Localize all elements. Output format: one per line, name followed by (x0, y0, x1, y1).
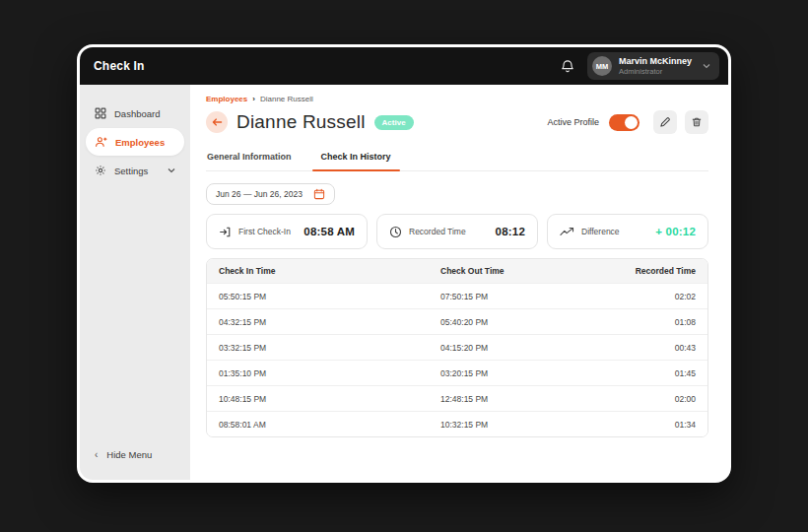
column-header-check-in-time: Check In Time (219, 266, 440, 276)
table-cell: 04:15:20 PM (440, 343, 617, 353)
tab-bar: General Information Check In History (206, 147, 708, 171)
table-header: Check In Time Check Out Time Recorded Ti… (207, 259, 707, 283)
sidebar-item-label: Employees (115, 137, 165, 148)
chevron-down-icon (703, 63, 710, 69)
employees-icon (95, 136, 107, 148)
title-actions: Active Profile (547, 110, 708, 134)
table-cell: 05:40:20 PM (440, 317, 617, 327)
table-cell: 10:32:15 PM (440, 420, 617, 430)
delete-button[interactable] (685, 110, 708, 134)
table-cell: 01:34 (617, 420, 696, 430)
stat-card-first-check-in: First Check-In 08:58 AM (206, 214, 368, 249)
top-bar: Check In MM Marvin McKinney Administrato… (80, 47, 728, 85)
breadcrumb-parent[interactable]: Employees (206, 95, 247, 103)
table-row: 03:32:15 PM04:15:20 PM00:43 (207, 334, 707, 360)
page-title: Dianne Russell (236, 111, 366, 133)
stat-value: 08:12 (496, 226, 525, 237)
pencil-icon (659, 116, 671, 128)
edit-button[interactable] (653, 110, 677, 134)
sidebar: Dashboard Employees (80, 85, 190, 480)
table-cell: 04:32:15 PM (219, 317, 440, 327)
chevron-left-icon: ‹ (95, 450, 98, 460)
sidebar-item-employees[interactable]: Employees (86, 128, 184, 156)
table-cell: 12:48:15 PM (440, 394, 617, 404)
table-cell: 02:00 (617, 394, 696, 404)
check-in-history-table: Check In Time Check Out Time Recorded Ti… (206, 258, 708, 437)
table-row: 10:48:15 PM12:48:15 PM02:00 (207, 385, 707, 411)
trend-up-icon (560, 227, 574, 236)
breadcrumb-current: Dianne Russell (260, 95, 313, 103)
stat-label: First Check-In (238, 227, 291, 236)
column-header-check-out-time: Check Out Time (440, 266, 617, 276)
table-cell: 01:45 (617, 368, 696, 378)
table-cell: 08:58:01 AM (219, 420, 440, 430)
table-cell: 07:50:15 PM (440, 292, 617, 301)
dashboard-grid-icon (95, 107, 106, 119)
table-row: 01:35:10 PM03:20:15 PM01:45 (207, 360, 707, 385)
app-title: Check In (94, 59, 145, 73)
notification-bell-icon[interactable] (561, 59, 574, 74)
sidebar-item-label: Dashboard (114, 108, 160, 119)
topbar-right: MM Marvin McKinney Administrator (561, 52, 719, 81)
gear-icon (95, 165, 106, 176)
title-row: Dianne Russell Active Active Profile (206, 110, 708, 134)
table-cell: 03:32:15 PM (219, 343, 440, 353)
user-role: Administrator (619, 67, 692, 76)
user-menu[interactable]: MM Marvin McKinney Administrator (587, 52, 719, 81)
breadcrumb: Employees › Dianne Russell (206, 95, 708, 103)
tab-general-information[interactable]: General Information (206, 147, 293, 170)
calendar-icon (313, 188, 325, 200)
table-row: 05:50:15 PM07:50:15 PM02:02 (207, 283, 707, 308)
table-cell: 02:02 (617, 292, 696, 301)
sidebar-item-dashboard[interactable]: Dashboard (86, 100, 184, 126)
chevron-down-icon (168, 167, 175, 173)
trash-icon (691, 116, 703, 128)
tab-check-in-history[interactable]: Check In History (320, 147, 392, 170)
active-profile-label: Active Profile (547, 117, 599, 127)
status-badge: Active (374, 115, 414, 130)
stat-label: Recorded Time (409, 227, 466, 236)
stat-value: + 00:12 (655, 226, 696, 237)
breadcrumb-separator-icon: › (252, 95, 255, 103)
table-cell: 10:48:15 PM (219, 394, 440, 404)
table-cell: 05:50:15 PM (219, 292, 440, 301)
main-content: Employees › Dianne Russell Dianne Russel… (190, 85, 728, 480)
sidebar-item-settings[interactable]: Settings (86, 158, 184, 183)
table-cell: 00:43 (617, 343, 696, 353)
date-range-value: Jun 26 — Jun 26, 2023 (216, 189, 303, 199)
active-profile-toggle[interactable] (609, 114, 640, 131)
clock-icon (389, 226, 402, 238)
user-meta: Marvin McKinney Administrator (619, 56, 692, 77)
table-row: 08:58:01 AM10:32:15 PM01:34 (207, 411, 707, 436)
first-check-in-icon (219, 226, 232, 238)
stat-card-recorded-time: Recorded Time 08:12 (376, 214, 538, 249)
hide-menu-button[interactable]: ‹ Hide Menu (86, 443, 184, 466)
stat-card-difference: Difference + 00:12 (547, 214, 708, 249)
table-row: 04:32:15 PM05:40:20 PM01:08 (207, 308, 707, 334)
table-cell: 01:35:10 PM (219, 368, 440, 378)
table-cell: 03:20:15 PM (440, 368, 617, 378)
date-range-picker[interactable]: Jun 26 — Jun 26, 2023 (206, 183, 335, 205)
stat-value: 08:58 AM (303, 226, 355, 237)
hide-menu-label: Hide Menu (106, 449, 152, 460)
sidebar-item-label: Settings (114, 166, 148, 176)
stat-label: Difference (581, 227, 620, 236)
user-name: Marvin McKinney (619, 56, 692, 67)
stat-cards: First Check-In 08:58 AM Recorded Time 08… (206, 214, 708, 249)
desktop-background: Check In MM Marvin McKinney Administrato… (0, 0, 808, 532)
toggle-knob (625, 116, 638, 129)
app-window: Check In MM Marvin McKinney Administrato… (77, 44, 731, 483)
table-cell: 01:08 (617, 317, 696, 327)
column-header-recorded-time: Recorded Time (617, 266, 696, 276)
table-body: 05:50:15 PM07:50:15 PM02:0204:32:15 PM05… (207, 283, 707, 436)
back-button[interactable] (206, 111, 228, 133)
app-body: Dashboard Employees (80, 85, 728, 480)
avatar: MM (592, 56, 612, 76)
